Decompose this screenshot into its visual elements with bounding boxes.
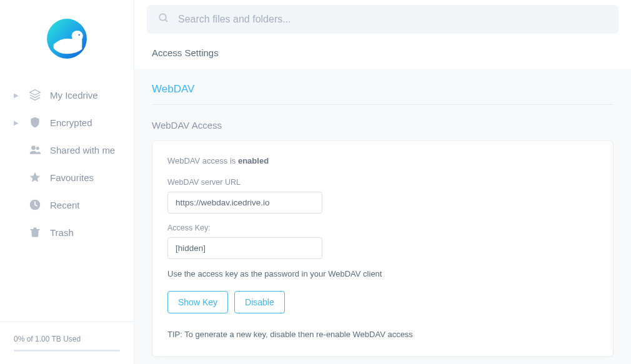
disable-button[interactable]: Disable: [234, 291, 285, 313]
url-label: WebDAV server URL: [167, 178, 598, 187]
sidebar-item-label: My Icedrive: [50, 90, 98, 101]
sidebar-item-label: Trash: [50, 227, 74, 238]
svg-point-2: [79, 34, 80, 36]
storage-text: 0% of 1.00 TB Used: [14, 335, 120, 343]
storage-bar: [14, 350, 120, 352]
svg-point-1: [72, 31, 83, 41]
svg-point-3: [31, 145, 36, 150]
logo-wrap: [0, 0, 134, 81]
clock-icon: [29, 199, 41, 211]
trash-icon: [29, 226, 41, 239]
sidebar-item-trash[interactable]: ▶ Trash: [0, 219, 134, 246]
svg-point-8: [159, 14, 166, 21]
search-icon: [158, 12, 169, 26]
webdav-url-input[interactable]: [167, 192, 322, 214]
search-input[interactable]: [178, 14, 607, 25]
nav: ▶ My Icedrive ▶ Encrypted ▶ Shared with …: [0, 81, 134, 322]
sidebar-item-label: Favourites: [50, 172, 94, 183]
chevron-right-icon: ▶: [12, 92, 20, 99]
status-value: enabled: [238, 156, 269, 165]
svg-line-9: [165, 19, 167, 22]
main: Access Settings WebDAV WebDAV Access Web…: [134, 0, 631, 364]
sidebar-item-favourites[interactable]: ▶ Favourites: [0, 164, 134, 191]
help-text: Use the access key as the password in yo…: [167, 269, 598, 278]
key-label: Access Key:: [167, 224, 598, 232]
sidebar-item-recent[interactable]: ▶ Recent: [0, 191, 134, 219]
logo-icon: [43, 15, 91, 62]
sidebar: ▶ My Icedrive ▶ Encrypted ▶ Shared with …: [0, 0, 134, 364]
svg-point-4: [36, 147, 39, 150]
svg-rect-6: [34, 228, 37, 230]
sidebar-item-label: Recent: [50, 200, 80, 210]
webdav-status: WebDAV access is enabled: [167, 156, 598, 165]
tab-webdav[interactable]: WebDAV: [152, 69, 614, 105]
sidebar-item-shared[interactable]: ▶ Shared with me: [0, 136, 134, 164]
chevron-right-icon: ▶: [12, 119, 20, 126]
tip-text: TIP: To generate a new key, disable then…: [167, 330, 598, 339]
sidebar-item-my-icedrive[interactable]: ▶ My Icedrive: [0, 81, 134, 109]
status-prefix: WebDAV access is: [167, 156, 238, 165]
webdav-card: WebDAV access is enabled WebDAV server U…: [152, 140, 614, 357]
content: WebDAV WebDAV Access WebDAV access is en…: [134, 69, 631, 357]
sidebar-item-label: Shared with me: [50, 145, 115, 155]
svg-rect-7: [31, 229, 40, 230]
topbar: Access Settings: [134, 0, 631, 69]
people-icon: [29, 144, 41, 156]
sidebar-item-label: Encrypted: [50, 117, 92, 128]
shield-icon: [29, 116, 41, 129]
storage-footer: 0% of 1.00 TB Used: [0, 322, 134, 364]
drive-icon: [29, 89, 41, 101]
webdav-key-input[interactable]: [167, 237, 322, 259]
search-bar[interactable]: [147, 5, 619, 34]
star-icon: [29, 171, 41, 184]
page-title: Access Settings: [134, 34, 631, 69]
section-heading: WebDAV Access: [152, 105, 614, 140]
sidebar-item-encrypted[interactable]: ▶ Encrypted: [0, 109, 134, 136]
show-key-button[interactable]: Show Key: [167, 291, 228, 313]
